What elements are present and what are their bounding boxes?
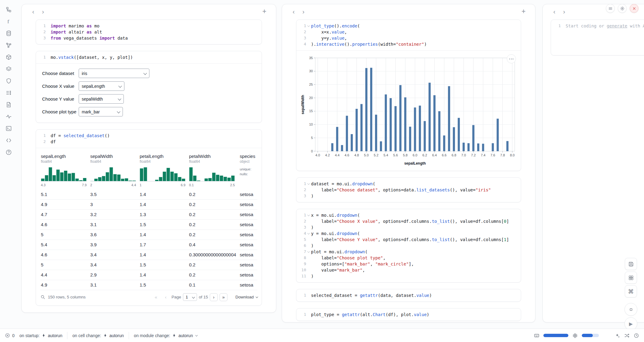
next-page-button[interactable]: › <box>210 293 218 301</box>
code-editor[interactable]: 1import marimo as mo2import altair as al… <box>36 20 262 44</box>
code-editor[interactable]: 1df = selected_dataset()2df <box>36 130 262 148</box>
code-line: 1plot_type().encode( <box>297 23 520 29</box>
column-prev-button[interactable]: ‹ <box>29 7 38 15</box>
last-page-button[interactable]: » <box>220 293 227 301</box>
choose-dataset-select[interactable]: iris <box>79 69 149 78</box>
xy-plot-dropdowns-cell: 1x = mo.ui.dropdown(2 label="Choose X va… <box>296 209 521 283</box>
generate-with-ai-link[interactable]: generate <box>607 23 627 28</box>
add-cell-button[interactable]: + <box>519 7 528 15</box>
choose-y-value-select[interactable]: sepalWidth <box>79 94 124 104</box>
table-cell: 5 <box>40 260 90 270</box>
code-editor[interactable]: 1x = mo.ui.dropdown(2 label="Choose X va… <box>296 209 521 282</box>
column-header-species[interactable]: speciesobject <box>239 152 257 166</box>
run-all-button[interactable]: ▶ <box>624 317 637 330</box>
code-editor[interactable]: 1mo.vstack([dataset, x, y, plot]) <box>36 51 262 63</box>
help-icon[interactable] <box>5 148 13 156</box>
prev-page-button[interactable]: ‹ <box>162 293 170 301</box>
choose-x-value-select[interactable]: sepalLength <box>79 81 124 91</box>
table-footer: 150 rows, 5 columns « ‹ Page 1 of 15 › » <box>40 290 257 304</box>
column-2-toolbar: ‹ › + <box>282 4 535 18</box>
first-page-button[interactable]: « <box>152 293 160 301</box>
column-header-sepalLength[interactable]: sepalLengthfloat64 <box>40 152 90 166</box>
dropdown-label: Choose plot type <box>42 109 79 114</box>
code-line: 10 value="mark_bar", <box>297 267 520 273</box>
on-module-change-chip[interactable]: on module change:autorun <box>129 332 202 339</box>
code-editor[interactable]: 1selected_dataset = getattr(data, datase… <box>296 289 521 301</box>
variables-icon[interactable] <box>5 89 13 97</box>
table-row[interactable]: 4.63.41.40.30000000000000004setosa <box>40 250 257 260</box>
column-header-sepalWidth[interactable]: sepalWidthfloat64 <box>90 152 139 166</box>
fold-chevron-icon[interactable] <box>306 23 311 29</box>
shield-icon[interactable] <box>5 77 13 85</box>
table-row[interactable]: 4.63.11.50.2setosa <box>40 219 257 230</box>
settings-button[interactable] <box>618 4 627 13</box>
fold-chevron-icon[interactable] <box>306 249 311 255</box>
document-icon[interactable] <box>5 101 13 109</box>
sparkles-icon[interactable] <box>615 333 620 338</box>
clock-icon[interactable] <box>634 333 639 338</box>
menu-button[interactable] <box>606 4 615 13</box>
svg-text:7.8: 7.8 <box>500 153 505 157</box>
table-cell: 1.5 <box>139 260 188 270</box>
fold-chevron-icon[interactable] <box>306 212 311 218</box>
code-line: 1import marimo as mo <box>37 23 260 29</box>
column-prev-button[interactable]: ‹ <box>550 7 559 15</box>
chart-actions-button[interactable] <box>507 54 516 63</box>
marimo-file-icon[interactable]: f <box>5 17 13 25</box>
line-number: 6 <box>297 243 306 249</box>
dependency-graph-icon[interactable] <box>5 41 13 49</box>
code-editor[interactable]: 1plot_type().encode(2 x=x.value,3 y=y.va… <box>296 20 521 50</box>
download-button[interactable]: Download <box>235 295 257 299</box>
table-row[interactable]: 4.931.40.2setosa <box>40 199 257 209</box>
save-button[interactable] <box>625 258 637 270</box>
choose-plot-type-select[interactable]: mark_bar <box>79 107 123 116</box>
line-number: 2 <box>297 29 306 35</box>
file-tree-icon[interactable] <box>5 5 13 13</box>
table-row[interactable]: 4.73.21.30.2setosa <box>40 209 257 219</box>
column-header-petalWidth[interactable]: petalWidthfloat64 <box>188 152 239 166</box>
table-row[interactable]: 53.61.40.2setosa <box>40 230 257 240</box>
search-icon[interactable] <box>40 294 45 300</box>
on-cell-change-chip[interactable]: on cell change:autorun <box>67 332 129 339</box>
column-prev-button[interactable]: ‹ <box>289 7 298 15</box>
table-row[interactable]: 4.42.91.40.2setosa <box>40 270 257 280</box>
altair-chart[interactable]: 4.04.24.44.64.85.05.25.45.65.86.06.26.46… <box>300 54 517 168</box>
ai-placeholder: Start coding or generate with AI <box>566 23 644 29</box>
activity-icon[interactable] <box>5 112 13 120</box>
fold-chevron-icon[interactable] <box>306 230 311 237</box>
column-next-button[interactable]: › <box>299 7 308 15</box>
shuffle-icon[interactable] <box>624 333 630 338</box>
terminal-icon[interactable] <box>5 124 13 132</box>
database-icon[interactable] <box>5 29 13 37</box>
cpu-icon[interactable] <box>572 333 578 338</box>
error-circle-icon <box>5 333 10 338</box>
keyboard-icon[interactable] <box>534 333 539 338</box>
on-startup-chip[interactable]: on startup:autorun <box>20 332 67 339</box>
table-row[interactable]: 53.41.50.2setosa <box>40 260 257 270</box>
snippets-icon[interactable] <box>5 136 13 144</box>
column-next-button[interactable]: › <box>560 7 568 15</box>
add-cell-button[interactable]: + <box>260 7 269 15</box>
column-header-petalLength[interactable]: petalLengthfloat64 <box>139 152 188 166</box>
table-row[interactable]: 5.43.91.70.4setosa <box>40 240 257 250</box>
package-icon[interactable] <box>5 53 13 61</box>
table-row[interactable]: 5.13.51.40.2setosa <box>40 189 257 199</box>
column-next-button[interactable]: › <box>39 7 47 15</box>
layers-icon[interactable] <box>5 65 13 73</box>
page-select[interactable]: 1 <box>183 293 197 301</box>
table-cell: 1.5 <box>139 219 188 230</box>
code-line: 3 y=y.value, <box>297 35 520 41</box>
code-editor[interactable]: 1dataset = mo.ui.dropdown(2 label="Choos… <box>296 178 521 202</box>
code-editor[interactable]: 1plot_type = getattr(alt.Chart(df), plot… <box>296 308 521 321</box>
shutdown-button[interactable] <box>630 4 639 13</box>
stop-button[interactable] <box>624 303 637 316</box>
keyboard-shortcuts-button[interactable]: ⌘ <box>625 285 637 297</box>
table-row[interactable]: 4.93.11.50.1setosa <box>40 280 257 290</box>
code-editor[interactable]: 1 Start coding or generate with AI <box>551 20 644 32</box>
fold-chevron-icon[interactable] <box>306 181 311 187</box>
cpu-usage-meter <box>582 334 599 337</box>
svg-text:7.2: 7.2 <box>471 153 476 157</box>
errors-indicator[interactable]: 0 <box>5 332 20 339</box>
table-cell: 0.4 <box>188 240 239 250</box>
grid-layout-button[interactable] <box>625 272 637 284</box>
